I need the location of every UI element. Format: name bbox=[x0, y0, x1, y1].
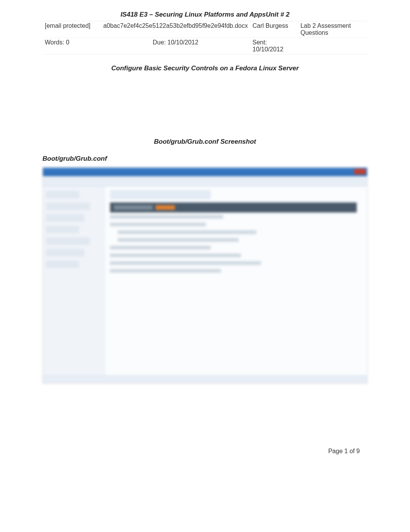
sidebar-item bbox=[46, 214, 85, 222]
window-sidebar bbox=[43, 186, 105, 376]
section-main-title: Configure Basic Security Controls on a F… bbox=[42, 65, 368, 72]
page-footer: Page 1 of 9 bbox=[328, 448, 360, 455]
sidebar-item bbox=[46, 226, 79, 233]
window-main-panel bbox=[105, 186, 367, 376]
meta-row-2: Words: 0 Due: 10/10/2012 Sent: 10/10/201… bbox=[42, 38, 368, 54]
close-icon bbox=[354, 169, 366, 174]
window-titlebar bbox=[43, 168, 367, 176]
text-line bbox=[110, 215, 223, 219]
meta-row-1: [email protected] a0bac7e2ef4c25e5122a53… bbox=[42, 21, 368, 38]
window-menubar bbox=[43, 176, 367, 186]
meta-topic: Lab 2 Assessment Questions bbox=[298, 21, 368, 38]
document-header-title: IS418 E3 – Securing Linux Platforms and … bbox=[42, 11, 368, 19]
meta-email: [email protected] bbox=[42, 21, 101, 38]
meta-sent: Sent: 10/10/2012 bbox=[250, 38, 298, 54]
text-line bbox=[110, 253, 241, 257]
meta-due: Due: 10/10/2012 bbox=[101, 38, 250, 54]
tab-row bbox=[110, 190, 211, 199]
text-line bbox=[110, 269, 221, 273]
text-line bbox=[110, 223, 206, 226]
meta-blank bbox=[298, 38, 368, 54]
sidebar-item bbox=[46, 237, 90, 245]
text-line bbox=[110, 246, 211, 250]
sidebar-item bbox=[46, 249, 85, 257]
screenshot-label: Boot/grub/Grub.conf bbox=[42, 155, 368, 163]
screenshot-section-title: Boot/grub/Grub.conf Screenshot bbox=[42, 138, 368, 146]
embedded-screenshot bbox=[42, 167, 368, 384]
sidebar-item bbox=[46, 202, 90, 210]
window-body bbox=[43, 186, 367, 376]
text-line bbox=[118, 230, 256, 234]
terminal-header bbox=[110, 202, 357, 212]
sidebar-item bbox=[46, 191, 79, 199]
sidebar-item bbox=[46, 260, 79, 268]
terminal-segment bbox=[114, 205, 152, 210]
meta-filename: a0bac7e2ef4c25e5122a53b2efbd95f9e2e94fdb… bbox=[101, 21, 250, 38]
text-line bbox=[110, 261, 261, 265]
metadata-table: [email protected] a0bac7e2ef4c25e5122a53… bbox=[42, 21, 368, 54]
meta-words: Words: 0 bbox=[42, 38, 101, 54]
meta-author: Carl Burgess bbox=[250, 21, 298, 38]
text-line bbox=[118, 238, 239, 242]
terminal-highlight bbox=[156, 205, 175, 210]
window-statusbar bbox=[43, 376, 367, 383]
